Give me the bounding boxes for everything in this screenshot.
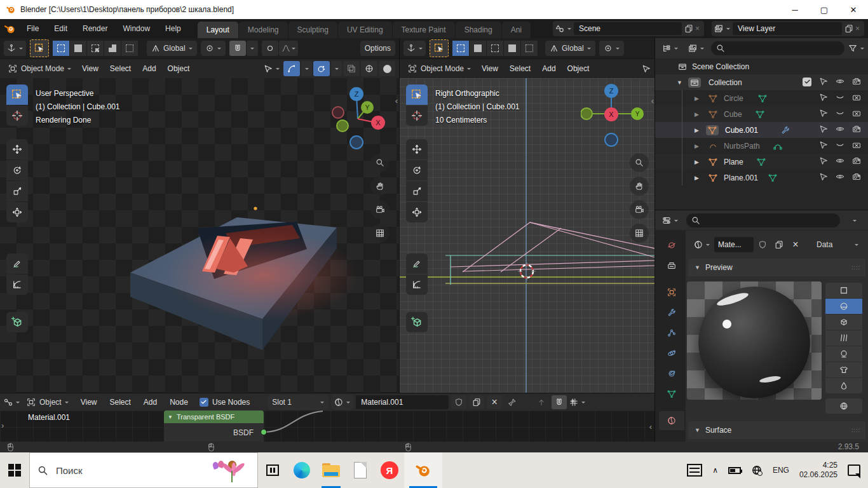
show-gizmo-toggle[interactable] — [283, 61, 300, 76]
preview-world-button[interactable] — [825, 398, 862, 414]
camera-view-icon-mid[interactable] — [630, 200, 649, 219]
sidebar-collapse-arrow-mid-vp[interactable]: ‹ — [651, 96, 654, 105]
search-highlight-flower-image[interactable] — [213, 458, 251, 484]
shader-editor-type-button[interactable] — [4, 398, 20, 407]
tab-layout[interactable]: Layout — [198, 22, 238, 38]
expand-arrow-icon[interactable]: ▶ — [695, 111, 699, 118]
panel-grip[interactable]: :::: — [851, 427, 860, 433]
show-object-types-dropdown[interactable] — [261, 61, 282, 76]
panel-grip[interactable]: :::: — [851, 264, 860, 271]
tab-sculpting[interactable]: Sculpting — [288, 22, 337, 38]
tool-transform-button[interactable] — [6, 202, 28, 222]
document-app-button[interactable] — [346, 452, 375, 488]
tab-material-properties-active[interactable] — [659, 411, 684, 430]
hidden-icons-chevron[interactable]: ∧ — [712, 466, 718, 475]
outliner-row-scene-collection[interactable]: Scene Collection — [655, 58, 868, 74]
selectable-pointer-icon[interactable] — [819, 109, 828, 119]
taskbar-search-box[interactable]: Поиск — [29, 452, 258, 488]
tool-cursor-mid[interactable] — [406, 105, 428, 126]
battery-icon[interactable] — [728, 467, 741, 474]
scene-icon[interactable] — [555, 24, 564, 33]
selectable-pointer-icon[interactable] — [819, 125, 828, 135]
tool-select-box-button[interactable] — [6, 85, 28, 105]
expand-arrow-icon[interactable]: ▶ — [695, 175, 699, 181]
start-button[interactable] — [0, 452, 29, 488]
tool-cursor-button[interactable] — [6, 105, 28, 126]
tool-scale-mid[interactable] — [406, 181, 428, 201]
preview-cloth-button[interactable] — [825, 362, 862, 377]
shading-wireframe-button[interactable] — [361, 61, 377, 76]
outliner-search-input[interactable] — [711, 41, 844, 55]
render-camera-icon[interactable] — [852, 156, 861, 167]
tool-scale-button[interactable] — [6, 181, 28, 201]
outliner-row-plane001[interactable]: ▶ Plane.001 — [655, 170, 868, 186]
object-menu[interactable]: Object — [163, 64, 195, 73]
copy-material-icon[interactable] — [469, 395, 484, 409]
tab-object-data-properties[interactable] — [659, 384, 684, 403]
outliner-row-nurbspath[interactable]: ▶ NurbsPath — [655, 138, 868, 154]
surface-section-header[interactable]: ▼ Surface :::: — [688, 421, 865, 439]
outliner-row-cube[interactable]: ▶ Cube — [655, 106, 868, 122]
outliner-row-cube001-active[interactable]: ▶ Cube.001 — [655, 122, 868, 138]
preview-sphere-button[interactable] — [825, 299, 862, 314]
output-socket[interactable] — [261, 429, 267, 435]
outliner-row-circle[interactable]: ▶ Circle — [655, 90, 868, 106]
file-explorer-button[interactable] — [316, 452, 346, 488]
menu-window[interactable]: Window — [115, 19, 158, 38]
render-camera-icon[interactable] — [852, 172, 861, 183]
mode-dropdown-mid[interactable]: Object Mode — [403, 61, 475, 76]
hidden-eye-closed-icon[interactable] — [836, 140, 844, 151]
action-center-icon[interactable] — [848, 464, 860, 476]
outliner-display-mode-dropdown[interactable] — [659, 41, 681, 56]
menu-edit[interactable]: Edit — [46, 19, 75, 38]
hide-eye-icon[interactable] — [836, 125, 844, 135]
viewport-canvas-middle[interactable]: Right Orthographic (1) Collection | Cube… — [400, 78, 655, 393]
view-layer-icon[interactable] — [714, 24, 723, 33]
snap-node-dropdown[interactable] — [569, 398, 585, 407]
go-to-parent-node-icon[interactable] — [534, 395, 549, 409]
shader-add-menu[interactable]: Add — [139, 398, 162, 407]
close-button[interactable]: ✕ — [839, 0, 868, 19]
tool-annotate-button[interactable] — [6, 254, 28, 274]
material-name-field[interactable]: Mate... — [714, 237, 754, 252]
gizmo-dropdown[interactable] — [301, 61, 312, 76]
minimize-button[interactable]: ─ — [780, 0, 810, 19]
tool-transform-mid[interactable] — [406, 202, 428, 222]
render-camera-icon[interactable] — [852, 77, 861, 88]
navigation-gizmo-mid[interactable]: Z X Y — [581, 83, 651, 154]
selectable-pointer-icon[interactable] — [819, 140, 828, 151]
preview-cube-button[interactable] — [825, 315, 862, 330]
scene-dropdown-arrow[interactable] — [567, 28, 571, 32]
camera-view-icon[interactable] — [370, 200, 390, 219]
render-disabled-camera-icon[interactable] — [852, 109, 861, 119]
tab-object-properties[interactable] — [659, 283, 684, 302]
edge-browser-button[interactable] — [287, 452, 316, 488]
node-transparent-bsdf[interactable]: ▼ Transparent BSDF BSDF — [164, 410, 264, 423]
show-object-types-mid-icon[interactable] — [642, 64, 651, 73]
mode-dropdown[interactable]: Object Mode — [4, 61, 76, 76]
object-menu-mid[interactable]: Object — [562, 64, 595, 73]
menu-render[interactable]: Render — [75, 19, 115, 38]
zoom-icon-mid[interactable] — [630, 153, 649, 172]
select-mode-new-button[interactable] — [53, 41, 69, 56]
tab-modifier-properties[interactable] — [659, 303, 684, 322]
select-menu-mid[interactable]: Select — [505, 64, 536, 73]
select-mode-subtract-button[interactable] — [87, 41, 104, 56]
tool-rotate-button[interactable] — [6, 160, 28, 180]
language-indicator[interactable]: ENG — [773, 466, 789, 475]
expand-arrow-icon[interactable]: ▶ — [695, 143, 699, 149]
properties-search-input[interactable] — [686, 214, 840, 227]
transform-orientation-dropdown-mid[interactable]: Global — [545, 41, 595, 56]
shader-material-browse-dropdown[interactable] — [331, 395, 353, 410]
outliner-row-plane[interactable]: ▶ Plane — [655, 154, 868, 170]
properties-editor-type-button[interactable] — [659, 213, 681, 228]
preview-section-header[interactable]: ▼ Preview :::: — [688, 259, 865, 276]
clock[interactable]: 4:25 02.06.2025 — [799, 461, 837, 480]
options-button[interactable]: Options — [360, 41, 395, 56]
node-collapse-icon[interactable]: ▼ — [168, 414, 173, 420]
render-camera-icon[interactable] — [852, 125, 861, 135]
active-tool-select-box[interactable] — [30, 39, 49, 57]
hide-eye-icon[interactable] — [836, 172, 844, 183]
unlink-material-icon[interactable]: × — [788, 237, 803, 252]
tool-move-mid[interactable] — [406, 139, 428, 159]
